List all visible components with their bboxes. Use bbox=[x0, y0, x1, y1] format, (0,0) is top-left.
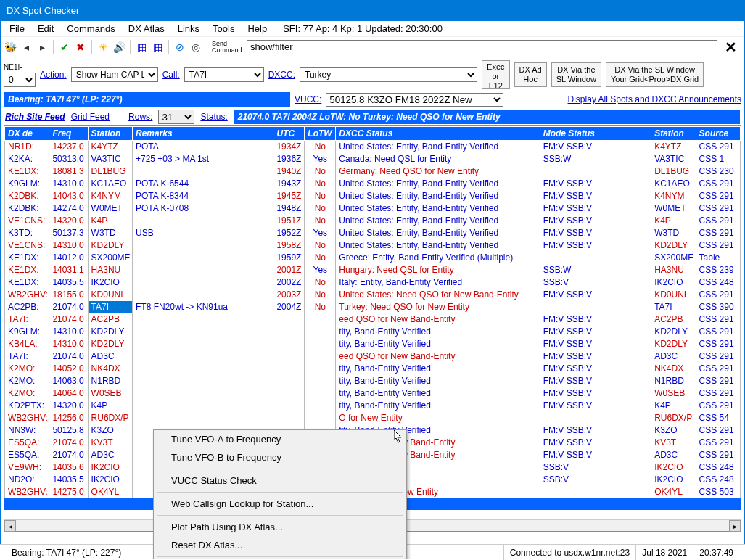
grid-feed-link[interactable]: Grid Feed bbox=[71, 112, 110, 122]
table-row[interactable]: VE1CNS:14310.0KD2DLY1958ZNoUnited States… bbox=[5, 239, 741, 252]
close-x-icon[interactable]: ✕ bbox=[720, 38, 741, 56]
divider bbox=[130, 40, 131, 54]
column-header[interactable]: DXCC Status bbox=[336, 127, 540, 141]
feed-bar: Rich Site Feed Grid Feed Rows: 31 Status… bbox=[1, 108, 744, 125]
display-all-link[interactable]: Display All Spots and DXCC Announcements bbox=[568, 94, 741, 104]
table-row[interactable]: TA7I:21074.0AD3Ceed QSO for New Band-Ent… bbox=[5, 350, 741, 363]
exec-button[interactable]: Exec or F12 bbox=[482, 60, 509, 89]
context-menu-item[interactable]: VUCC Status Check bbox=[154, 472, 406, 490]
target-icon[interactable]: ◎ bbox=[189, 41, 202, 54]
column-header[interactable]: Source bbox=[696, 127, 740, 141]
table-row[interactable]: K2MO:14064.0W0SEBtity, Band-Entity Verif… bbox=[5, 387, 741, 400]
menu-dxatlas[interactable]: DX Atlas bbox=[123, 23, 170, 34]
call-label[interactable]: Call: bbox=[162, 70, 180, 80]
bearing-bar: Bearing: TA7I 47° (LP: 227°) bbox=[4, 92, 290, 107]
status-label[interactable]: Status: bbox=[200, 112, 227, 122]
status-time: 20:37:49 bbox=[693, 545, 739, 560]
context-menu-item[interactable]: Tune VFO-B to Frequency bbox=[154, 448, 406, 466]
column-header[interactable]: UTC bbox=[273, 127, 305, 141]
sun-icon[interactable]: ☀ bbox=[96, 41, 110, 54]
menu-commands[interactable]: Commands bbox=[61, 23, 120, 34]
window-title: DX Spot Checker bbox=[1, 1, 744, 21]
menu-status: SFI: 77 Ap: 4 Kp: 1 Updated: 20:30:00 bbox=[283, 23, 443, 34]
table-row[interactable]: WB2GHV:18155.0KD0UNI2003ZNoUnited States… bbox=[5, 289, 741, 301]
column-header[interactable]: DX de bbox=[5, 127, 49, 141]
rows-label[interactable]: Rows: bbox=[128, 112, 152, 122]
table-row[interactable]: K9GLM:14310.0KC1AEOPOTA K-65441943ZNoUni… bbox=[5, 178, 741, 190]
menu-edit[interactable]: Edit bbox=[32, 23, 59, 34]
grid1-icon[interactable]: ▦ bbox=[135, 41, 148, 54]
table-row[interactable]: K2DBK:14043.0K4NYMPOTA K-83441945ZNoUnit… bbox=[5, 190, 741, 202]
table-row[interactable]: KE1DX:14035.5IK2CIO2002ZNoItaly: Entity,… bbox=[5, 276, 741, 289]
grid2-icon[interactable]: ▦ bbox=[151, 41, 164, 54]
dxcc-select[interactable]: Turkey bbox=[300, 67, 477, 82]
table-row[interactable]: VE1CNS:14320.0K4P1951ZNoUnited States: E… bbox=[5, 215, 741, 227]
context-menu-item[interactable]: Plot Path Using DX Atlas... bbox=[154, 518, 406, 536]
toolbar: 🐝 ◂ ▸ ✔ ✖ ☀ 🔊 ▦ ▦ ⊘ ◎ Send Command: ✕ bbox=[1, 37, 744, 57]
scroll-right-arrow[interactable]: ▸ bbox=[729, 520, 741, 532]
menu-file[interactable]: File bbox=[4, 23, 30, 34]
context-menu-item[interactable]: Reset DX Atlas... bbox=[154, 536, 406, 554]
bee-icon[interactable]: 🐝 bbox=[4, 41, 17, 54]
table-row[interactable]: NR1D:14237.0K4YTZPOTA1934ZNoUnited State… bbox=[5, 141, 741, 153]
divider bbox=[91, 40, 92, 54]
menu-separator bbox=[157, 515, 403, 516]
scroll-left-arrow[interactable]: ◂ bbox=[4, 520, 16, 532]
column-header[interactable]: Station bbox=[651, 127, 696, 141]
column-header[interactable]: Station bbox=[88, 127, 132, 141]
table-row[interactable]: K9GLM:14310.0KD2DLYtity, Band-Entity Ver… bbox=[5, 326, 741, 338]
call-select[interactable]: TA7I bbox=[184, 67, 264, 82]
column-header[interactable]: Mode Status bbox=[540, 127, 651, 141]
menu-tools[interactable]: Tools bbox=[207, 23, 240, 34]
dxcc-label[interactable]: DXCC: bbox=[268, 70, 295, 80]
ne1i-select[interactable]: 0 bbox=[4, 73, 36, 87]
status-message: 21074.0 TA7I 2004Z LoTW: No Turkey: Need… bbox=[234, 110, 740, 124]
column-header[interactable]: LoTW bbox=[305, 127, 336, 141]
status-connected: Connected to usdx.w1nr.net:23 bbox=[503, 545, 635, 560]
menu-separator bbox=[157, 492, 403, 493]
table-row[interactable]: K2MO:14063.0N1RBDtity, Band-Entity Verif… bbox=[5, 375, 741, 387]
check-red-icon[interactable]: ✖ bbox=[74, 41, 87, 54]
table-row[interactable]: KD2PTX:14320.0K4Ptity, Band-Entity Verif… bbox=[5, 400, 741, 412]
table-row[interactable]: K2DBK:14274.0W0METPOTA K-07081948ZNoUnit… bbox=[5, 202, 741, 215]
dx-via-sl-button[interactable]: DX Via the SL Window bbox=[551, 62, 601, 87]
table-row[interactable]: K3TD:50137.3W3TDUSB1952ZYesUnited States… bbox=[5, 227, 741, 239]
table-row[interactable]: KE1DX:14012.0SX200ME1959ZNoGreece: Entit… bbox=[5, 252, 741, 264]
dx-ad-hoc-button[interactable]: DX Ad Hoc bbox=[514, 62, 547, 87]
context-menu-item[interactable]: Tune VFO-A to Frequency bbox=[154, 430, 406, 448]
dx-via-sl-grid-button[interactable]: DX Via the SL Window Your Grid<Prop>DX G… bbox=[606, 62, 704, 87]
nav-right-icon[interactable]: ▸ bbox=[36, 41, 49, 54]
menu-separator bbox=[157, 469, 403, 469]
menu-separator bbox=[157, 556, 403, 557]
status-date: Jul 18 2021 bbox=[635, 545, 693, 560]
table-row[interactable]: AC2PB:21074.0TA7IFT8 FN20wt -> KN91ua200… bbox=[5, 301, 741, 313]
table-row[interactable]: K2MO:14052.0NK4DXtity, Band-Entity Verif… bbox=[5, 363, 741, 375]
rows-select[interactable]: 31 bbox=[158, 110, 194, 124]
column-header[interactable]: Freq bbox=[49, 127, 88, 141]
table-row[interactable]: K2KA:50313.0VA3TIC+725 +03 > MA 1st1936Z… bbox=[5, 153, 741, 165]
check-green-icon[interactable]: ✔ bbox=[58, 41, 71, 54]
speaker-icon[interactable]: 🔊 bbox=[112, 41, 125, 54]
nav-left-icon[interactable]: ◂ bbox=[20, 41, 33, 54]
action-select[interactable]: Show Ham CAP LP bbox=[71, 67, 158, 82]
table-row[interactable]: KE1DX:14031.1HA3NU2001ZYesHungary: Need … bbox=[5, 264, 741, 276]
column-header[interactable]: Remarks bbox=[132, 127, 273, 141]
vucc-label[interactable]: VUCC: bbox=[295, 94, 321, 104]
table-row[interactable]: KB4LA:14310.0KD2DLYtity, Band-Entity Ver… bbox=[5, 338, 741, 350]
send-command-label: Send Command: bbox=[212, 41, 244, 54]
command-input[interactable] bbox=[247, 40, 717, 54]
globe-icon[interactable]: ⊘ bbox=[173, 41, 186, 54]
divider bbox=[207, 40, 207, 54]
menu-help[interactable]: Help bbox=[242, 23, 273, 34]
table-row[interactable]: WB2GHV:14256.0RU6DX/PO for New EntityRU6… bbox=[5, 412, 741, 424]
context-menu: Tune VFO-A to FrequencyTune VFO-B to Fre… bbox=[153, 429, 407, 560]
context-menu-item[interactable]: Web Callsign Lookup for Station... bbox=[154, 495, 406, 513]
action-label[interactable]: Action: bbox=[40, 70, 67, 80]
table-row[interactable]: TA7I:21074.0AC2PBeed QSO for New Band-En… bbox=[5, 313, 741, 326]
vucc-select[interactable]: 50125.8 K3ZO FM18 2022Z New bbox=[326, 93, 503, 107]
grid-container: DX deFreqStationRemarksUTCLoTWDXCC Statu… bbox=[4, 125, 741, 532]
table-row[interactable]: KE1DX:18081.3DL1BUG1940ZNoGermany: Need … bbox=[5, 165, 741, 178]
menubar: File Edit Commands DX Atlas Links Tools … bbox=[1, 21, 744, 37]
menu-links[interactable]: Links bbox=[172, 23, 205, 34]
rich-site-feed-link[interactable]: Rich Site Feed bbox=[5, 112, 65, 122]
